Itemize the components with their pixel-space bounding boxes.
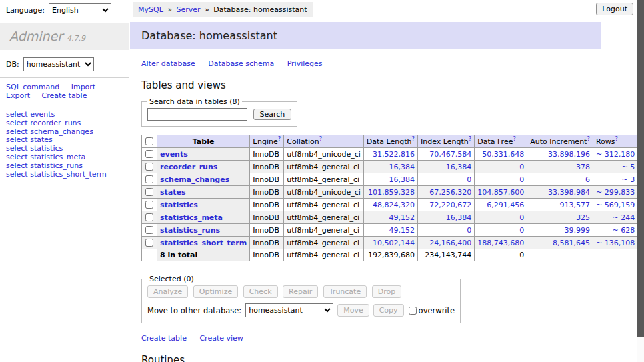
data-length-link[interactable]: 48,824,320: [373, 201, 415, 209]
table-link-statistics-short-term[interactable]: statistics_short_term: [160, 239, 247, 247]
auto-increment-link[interactable]: 8,581,645: [553, 239, 590, 247]
privileges-link[interactable]: Privileges: [287, 59, 323, 68]
data-free-link[interactable]: 6,291,456: [487, 201, 524, 209]
repair-button[interactable]: Repair: [283, 285, 318, 298]
auto-increment-link[interactable]: 378: [576, 163, 590, 171]
table-link-statistics-meta[interactable]: statistics_meta: [160, 213, 223, 222]
truncate-button[interactable]: Truncate: [323, 285, 367, 298]
copy-button[interactable]: Copy: [373, 304, 404, 317]
create-table-link[interactable]: Create table: [141, 334, 187, 343]
row-checkbox[interactable]: [145, 239, 153, 247]
check-button[interactable]: Check: [243, 285, 278, 298]
breadcrumb-server-link[interactable]: Server: [177, 5, 201, 14]
rows-help-link[interactable]: ?: [615, 135, 619, 142]
data-free-link[interactable]: 0: [519, 175, 524, 184]
data-length-link[interactable]: 10,502,144: [373, 239, 415, 247]
index-length-link[interactable]: 24,166,400: [429, 239, 471, 247]
search-button[interactable]: Search: [253, 109, 292, 120]
table-header-row: Table Engine? Collation? Data Length? In…: [142, 135, 644, 148]
sidebar-link-export[interactable]: Export: [6, 91, 30, 100]
table-link-states[interactable]: states: [160, 188, 186, 197]
data-free-help-link[interactable]: ?: [513, 135, 516, 142]
rows-count-link[interactable]: ~ 244: [612, 213, 635, 222]
create-view-link[interactable]: Create view: [199, 334, 243, 343]
overwrite-checkbox[interactable]: [409, 307, 417, 315]
data-free-link[interactable]: 104,857,600: [477, 188, 524, 197]
data-length-link[interactable]: 101,859,328: [368, 188, 415, 197]
data-length-link[interactable]: 16,384: [389, 163, 415, 171]
data-free-link[interactable]: 50,331,648: [482, 150, 524, 159]
data-length-link[interactable]: 31,522,816: [373, 150, 415, 159]
index-length-link[interactable]: 72,220,672: [429, 201, 471, 209]
rows-count-link[interactable]: ~ 628: [612, 226, 635, 235]
data-length-link[interactable]: 49,152: [389, 213, 415, 222]
index-length-link[interactable]: 0: [467, 226, 471, 235]
row-checkbox[interactable]: [145, 213, 153, 221]
row-checkbox[interactable]: [145, 188, 153, 196]
collation-cell: utf8mb4_general_ci: [284, 173, 363, 186]
row-checkbox[interactable]: [145, 201, 153, 209]
data-length-help-link[interactable]: ?: [412, 135, 415, 142]
drop-button[interactable]: Drop: [372, 285, 401, 298]
rows-count-link[interactable]: ~ 5: [621, 163, 635, 171]
row-checkbox[interactable]: [145, 226, 153, 234]
rows-count-link[interactable]: ~ 3: [621, 175, 635, 184]
sidebar-link-create-table[interactable]: Create table: [42, 91, 87, 100]
auto-increment-link[interactable]: 33,398,984: [548, 188, 590, 197]
table-link-events[interactable]: events: [160, 150, 188, 159]
row-checkbox[interactable]: [145, 163, 153, 171]
index-length-link[interactable]: 0: [467, 175, 471, 184]
data-free-link[interactable]: 0: [519, 213, 524, 222]
row-checkbox[interactable]: [145, 175, 153, 183]
auto-increment-link[interactable]: 913,577: [559, 201, 590, 209]
select-all-checkbox[interactable]: [145, 137, 153, 145]
adminer-logo[interactable]: Adminer4.7.9: [0, 23, 129, 50]
data-length-link[interactable]: 16,384: [389, 175, 415, 184]
index-length-help-link[interactable]: ?: [469, 135, 472, 142]
index-length-link[interactable]: 70,467,584: [429, 150, 471, 159]
table-link-schema-changes[interactable]: schema_changes: [160, 175, 229, 184]
rows-count-link[interactable]: ~ 136,108: [596, 239, 635, 247]
sidebar-item-select-events[interactable]: select events: [6, 111, 129, 119]
sidebar-link-sql-command[interactable]: SQL command: [6, 83, 59, 91]
database-schema-link[interactable]: Database schema: [208, 59, 274, 68]
breadcrumb-mysql-link[interactable]: MySQL: [138, 5, 163, 14]
sidebar-item-select-statistics-meta[interactable]: select statistics_meta: [6, 153, 129, 162]
rows-count-link[interactable]: ~ 569,159: [596, 201, 635, 209]
db-select[interactable]: homeassistant: [23, 57, 94, 71]
index-length-link[interactable]: 16,384: [446, 213, 472, 222]
create-links-row: Create table Create view: [141, 334, 638, 343]
optimize-button[interactable]: Optimize: [193, 285, 238, 298]
sidebar-item-select-statistics-short-term[interactable]: select statistics_short_term: [6, 171, 129, 179]
move-database-select[interactable]: homeassistant: [245, 303, 333, 317]
data-free-link[interactable]: 0: [519, 226, 524, 235]
auto-increment-link[interactable]: 325: [576, 213, 590, 222]
move-button[interactable]: Move: [337, 304, 369, 317]
rows-count-link[interactable]: ~ 312,180: [596, 150, 635, 159]
auto-increment-link[interactable]: 6: [585, 175, 590, 184]
row-checkbox[interactable]: [145, 150, 153, 158]
collation-help-link[interactable]: ?: [319, 135, 323, 142]
auto-increment-link[interactable]: 33,898,196: [548, 150, 590, 159]
sidebar-item-select-statistics-runs[interactable]: select statistics_runs: [6, 162, 129, 171]
data-free-link[interactable]: 188,743,680: [477, 239, 524, 247]
auto-increment-help-link[interactable]: ?: [587, 135, 590, 142]
auto-increment-link[interactable]: 39,999: [564, 226, 590, 235]
table-link-recorder-runs[interactable]: recorder_runs: [160, 163, 217, 171]
language-select[interactable]: English: [49, 3, 111, 17]
scrollbar-thumb[interactable]: [637, 0, 644, 337]
rows-count-link[interactable]: ~ 299,833: [596, 188, 635, 197]
analyze-button[interactable]: Analyze: [147, 285, 188, 298]
index-length-link[interactable]: 67,256,320: [429, 188, 471, 197]
engine-help-link[interactable]: ?: [278, 135, 281, 142]
data-length-link[interactable]: 49,152: [389, 226, 415, 235]
table-link-statistics[interactable]: statistics: [160, 201, 198, 209]
sidebar-link-import[interactable]: Import: [71, 83, 96, 91]
data-free-link[interactable]: 0: [519, 163, 524, 171]
alter-database-link[interactable]: Alter database: [141, 59, 195, 68]
scrollbar[interactable]: [637, 0, 644, 362]
index-length-link[interactable]: 16,384: [446, 163, 472, 171]
sidebar-item-select-recorder-runs[interactable]: select recorder_runs: [6, 119, 129, 128]
search-input[interactable]: [147, 108, 247, 121]
table-link-statistics-runs[interactable]: statistics_runs: [160, 226, 220, 235]
